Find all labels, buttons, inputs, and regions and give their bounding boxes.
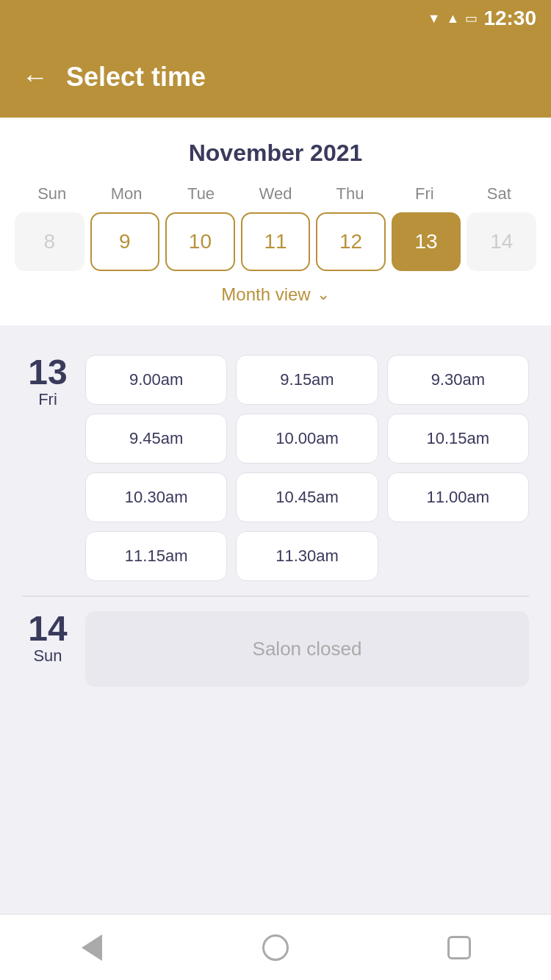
month-year-label: November 2021 [15,140,536,167]
bottom-nav [0,914,551,980]
battery-icon: ▭ [465,10,478,26]
time-slot-1045[interactable]: 10.45am [236,472,378,522]
weekday-mon: Mon [89,184,163,203]
day-name-14: Sun [22,646,73,666]
day-number-14: 14 [22,611,73,646]
day-11[interactable]: 11 [241,212,311,271]
day-10[interactable]: 10 [165,212,235,271]
recent-nav-button[interactable] [441,929,478,966]
home-nav-button[interactable] [257,929,294,966]
day-12[interactable]: 12 [316,212,386,271]
header: ← Select time [0,37,551,118]
weekday-wed: Wed [238,184,312,203]
back-nav-button[interactable] [73,929,110,966]
day-label-13: 13 Fri [22,355,73,409]
time-slot-930[interactable]: 9.30am [387,355,529,405]
day-13[interactable]: 13 [392,212,461,271]
time-slot-1030[interactable]: 10.30am [85,472,227,522]
back-button[interactable]: ← [22,64,48,90]
back-nav-icon [82,934,102,961]
status-time: 12:30 [483,7,536,30]
weekday-tue: Tue [164,184,238,203]
wifi-icon: ▼ [428,11,441,26]
day-name-13: Fri [22,390,73,409]
calendar-section: November 2021 Sun Mon Tue Wed Thu Fri Sa… [0,118,551,325]
day-section-14: 14 Sun Salon closed [15,597,536,702]
time-slot-900[interactable]: 9.00am [85,355,227,405]
time-slot-915[interactable]: 9.15am [236,355,378,405]
weekday-fri: Fri [387,184,461,203]
time-slot-1100[interactable]: 11.00am [387,472,529,522]
salon-closed-text: Salon closed [253,638,362,660]
day-section-13: 13 Fri 9.00am 9.15am 9.30am 9.45am 10.00… [15,340,536,596]
weekday-thu: Thu [313,184,387,203]
day-label-14: 14 Sun [22,611,73,666]
time-slot-1015[interactable]: 10.15am [387,414,529,464]
day-8[interactable]: 8 [15,212,84,271]
time-slot-1000[interactable]: 10.00am [236,414,378,464]
day-14[interactable]: 14 [467,212,536,271]
chevron-down-icon: ⌄ [317,285,330,304]
weekdays-row: Sun Mon Tue Wed Thu Fri Sat [15,184,536,203]
salon-closed-box: Salon closed [85,611,529,687]
home-nav-icon [262,934,289,961]
day-9[interactable]: 9 [90,212,160,271]
page-title: Select time [66,62,206,93]
time-slot-1130[interactable]: 11.30am [236,531,378,581]
days-row: 8 9 10 11 12 13 14 [15,212,536,271]
weekday-sun: Sun [15,184,89,203]
month-view-toggle[interactable]: Month view ⌄ [15,271,536,311]
signal-icon: ▲ [447,11,460,26]
weekday-sat: Sat [462,184,536,203]
time-slot-1115[interactable]: 11.15am [85,531,227,581]
month-view-label: Month view [221,284,310,305]
day-number-13: 13 [22,355,73,390]
recent-nav-icon [447,936,471,959]
time-grid-13: 9.00am 9.15am 9.30am 9.45am 10.00am 10.1… [85,355,529,581]
slots-container: 13 Fri 9.00am 9.15am 9.30am 9.45am 10.00… [0,325,551,790]
status-icons: ▼ ▲ ▭ 12:30 [428,7,536,30]
status-bar: ▼ ▲ ▭ 12:30 [0,0,551,37]
time-slot-945[interactable]: 9.45am [85,414,227,464]
